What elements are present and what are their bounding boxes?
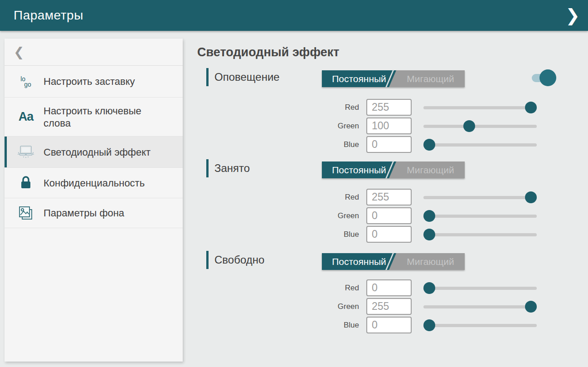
channel-label: Blue bbox=[317, 230, 359, 239]
section-header-free: Свободно bbox=[206, 250, 264, 269]
slider-track[interactable] bbox=[423, 233, 537, 236]
rgb-channels-free: Red Green Blue bbox=[317, 279, 544, 334]
content-title: Светодиодный эффект bbox=[197, 45, 339, 59]
slider-track[interactable] bbox=[423, 287, 537, 290]
section-accent-bar bbox=[206, 68, 209, 86]
sidebar-item-label: Настроить ключевые слова bbox=[44, 105, 170, 129]
slider-thumb[interactable] bbox=[423, 319, 435, 331]
mode-option-blinking[interactable]: Мигающий bbox=[396, 161, 465, 178]
channel-row-blue: Blue bbox=[317, 135, 544, 154]
slider-track[interactable] bbox=[423, 143, 537, 147]
mode-option-constant[interactable]: Постоянный bbox=[322, 161, 396, 178]
channel-row-blue: Blue bbox=[317, 225, 544, 244]
slider-thumb[interactable] bbox=[525, 102, 537, 113]
blue-value-input[interactable] bbox=[366, 226, 412, 243]
sidebar-item-led-effect[interactable]: Светодиодный эффект bbox=[5, 137, 183, 168]
green-slider[interactable] bbox=[423, 120, 537, 132]
channel-row-red: Red bbox=[317, 188, 544, 206]
blue-slider[interactable] bbox=[423, 139, 537, 151]
slider-track[interactable] bbox=[423, 106, 537, 109]
slider-track[interactable] bbox=[423, 125, 537, 128]
blue-value-input[interactable] bbox=[366, 317, 412, 333]
sidebar-item-label: Настроить заставку bbox=[44, 75, 135, 88]
background-images-icon bbox=[15, 206, 36, 221]
red-slider[interactable] bbox=[423, 191, 537, 203]
green-slider[interactable] bbox=[423, 210, 537, 222]
toggle-thumb bbox=[539, 69, 556, 86]
green-value-input[interactable] bbox=[366, 207, 412, 224]
rgb-channels-notification: Red Green Blue bbox=[317, 98, 544, 154]
slider-thumb[interactable] bbox=[423, 210, 435, 222]
slider-track[interactable] bbox=[423, 196, 537, 199]
mode-option-blinking[interactable]: Мигающий bbox=[396, 70, 465, 87]
channel-label: Green bbox=[317, 302, 359, 311]
slider-thumb[interactable] bbox=[525, 301, 537, 313]
sidebar-item-label: Светодиодный эффект bbox=[44, 146, 151, 158]
slider-thumb[interactable] bbox=[423, 139, 435, 151]
channel-row-red: Red bbox=[317, 279, 544, 297]
red-slider[interactable] bbox=[423, 282, 537, 294]
channel-label: Red bbox=[317, 103, 359, 112]
led-display-icon bbox=[15, 145, 36, 159]
sidebar-item-screensaver[interactable]: logo Настроить заставку bbox=[5, 66, 183, 98]
slider-track[interactable] bbox=[423, 324, 537, 327]
mode-segmented-control-notification[interactable]: Постоянный Мигающий bbox=[322, 70, 465, 87]
section-accent-bar bbox=[206, 159, 209, 177]
slider-thumb[interactable] bbox=[423, 229, 435, 240]
blue-slider[interactable] bbox=[423, 319, 537, 331]
red-value-input[interactable] bbox=[366, 99, 412, 116]
section-accent-bar bbox=[206, 251, 209, 269]
rgb-channels-busy: Red Green Blue bbox=[317, 188, 544, 244]
green-slider[interactable] bbox=[423, 301, 537, 313]
slider-thumb[interactable] bbox=[423, 282, 435, 294]
mode-segmented-control-busy[interactable]: Постоянный Мигающий bbox=[322, 161, 465, 178]
sidebar-item-privacy[interactable]: Конфиденциальность bbox=[5, 168, 183, 198]
section-header-notification: Оповещение bbox=[206, 68, 280, 87]
red-slider[interactable] bbox=[423, 102, 537, 113]
chevron-left-icon: ❮ bbox=[14, 44, 24, 59]
blue-slider[interactable] bbox=[423, 229, 537, 240]
channel-label: Red bbox=[317, 193, 359, 202]
channel-label: Green bbox=[317, 211, 359, 220]
channel-row-green: Green bbox=[317, 297, 544, 316]
mode-segmented-control-free[interactable]: Постоянный Мигающий bbox=[322, 253, 465, 270]
channel-label: Red bbox=[317, 284, 359, 293]
sidebar-item-label: Параметры фона bbox=[44, 207, 124, 219]
blue-value-input[interactable] bbox=[366, 136, 412, 153]
red-value-input[interactable] bbox=[366, 189, 412, 206]
logo-icon: logo bbox=[15, 76, 36, 87]
channel-label: Blue bbox=[317, 140, 359, 149]
page-title: Параметры bbox=[0, 8, 83, 23]
green-value-input[interactable] bbox=[366, 117, 412, 134]
lock-icon bbox=[15, 176, 36, 190]
slider-track[interactable] bbox=[423, 305, 537, 308]
section-label: Свободно bbox=[214, 254, 264, 266]
app-header: Параметры ❯ bbox=[0, 0, 588, 31]
channel-row-green: Green bbox=[317, 206, 544, 225]
sidebar-item-background[interactable]: Параметры фона bbox=[5, 198, 183, 228]
green-value-input[interactable] bbox=[366, 298, 412, 315]
mode-option-blinking[interactable]: Мигающий bbox=[396, 253, 465, 270]
channel-label: Blue bbox=[317, 321, 359, 330]
channel-label: Green bbox=[317, 122, 359, 131]
section-label: Занято bbox=[214, 162, 250, 175]
section-label: Оповещение bbox=[214, 71, 280, 83]
slider-track[interactable] bbox=[423, 215, 537, 218]
slider-thumb[interactable] bbox=[525, 191, 537, 203]
sidebar-item-label: Конфиденциальность bbox=[44, 177, 145, 189]
mode-option-constant[interactable]: Постоянный bbox=[322, 253, 396, 270]
sidebar-collapse-button[interactable]: ❮ bbox=[5, 39, 183, 66]
channel-row-blue: Blue bbox=[317, 316, 544, 334]
red-value-input[interactable] bbox=[366, 279, 412, 296]
section-header-busy: Занято bbox=[206, 159, 250, 178]
settings-sidebar: ❮ logo Настроить заставку Aa Настроить к… bbox=[5, 39, 183, 362]
sidebar-item-keywords[interactable]: Aa Настроить ключевые слова bbox=[5, 98, 183, 137]
notification-power-toggle[interactable] bbox=[531, 69, 557, 87]
keywords-aa-icon: Aa bbox=[15, 110, 36, 124]
slider-thumb[interactable] bbox=[463, 120, 475, 132]
chevron-right-icon[interactable]: ❯ bbox=[565, 7, 580, 24]
mode-option-constant[interactable]: Постоянный bbox=[322, 70, 396, 87]
channel-row-green: Green bbox=[317, 117, 544, 135]
channel-row-red: Red bbox=[317, 98, 544, 117]
